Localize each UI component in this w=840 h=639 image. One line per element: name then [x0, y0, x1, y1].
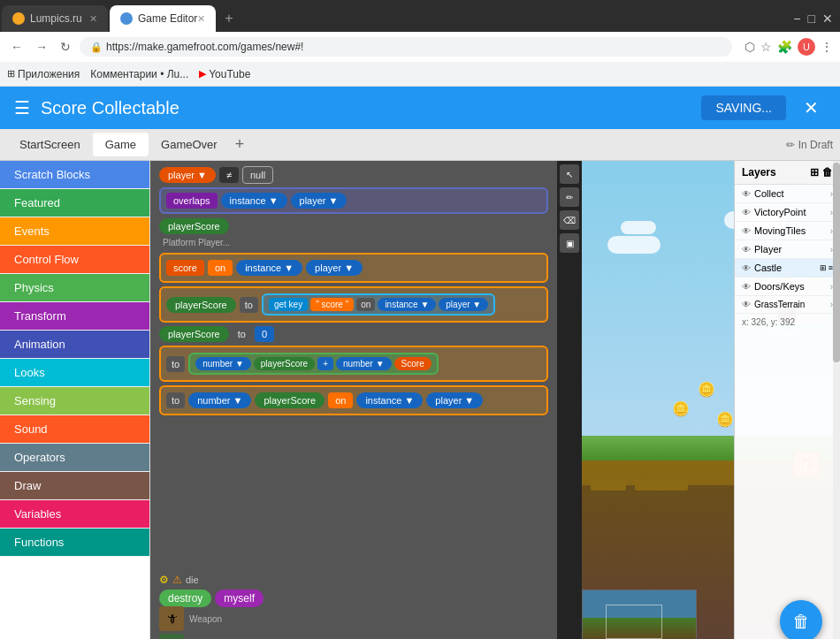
- sidebar-item-events[interactable]: Events: [0, 217, 149, 246]
- bookmark-youtube[interactable]: ▶ YouTube: [199, 68, 250, 80]
- layer-item-castle[interactable]: 👁 Castle ⊞ ≡: [735, 259, 840, 278]
- close-window-button[interactable]: ✕: [822, 11, 833, 26]
- tab-gameover[interactable]: GameOver: [149, 133, 230, 156]
- layer-name-dk: Doors/Keys: [754, 281, 830, 292]
- block-player-dropdown[interactable]: player ▼: [159, 167, 216, 183]
- bookmark-comments-label: Комментарии • Лu...: [90, 68, 188, 80]
- block-instance-dropdown-1[interactable]: instance ▼: [221, 193, 287, 209]
- browser-tab-gameeditor[interactable]: Game Editor ✕: [110, 5, 216, 32]
- forward-button[interactable]: →: [32, 38, 51, 56]
- fill-tool-button[interactable]: ▣: [560, 233, 579, 253]
- minimize-button[interactable]: −: [793, 11, 800, 26]
- cursor-tool-button[interactable]: ↖: [560, 164, 579, 184]
- block-instance-dd-2[interactable]: instance ▼: [236, 260, 302, 276]
- weapon-thumb: 🗡: [159, 606, 184, 631]
- new-tab-button[interactable]: +: [219, 11, 238, 27]
- tab-game[interactable]: Game: [93, 133, 149, 156]
- block-number-dd-1[interactable]: number ▼: [195, 357, 251, 370]
- block-player-dd-4[interactable]: player ▼: [439, 298, 488, 311]
- checkpoint-thumb: 🚩: [159, 634, 184, 639]
- window-controls: − □ ✕: [793, 11, 840, 26]
- block-overlaps[interactable]: overlaps: [166, 193, 218, 209]
- asset-checkpoint[interactable]: 🚩 Checkpoint: [159, 634, 233, 639]
- block-player-dd-3[interactable]: player ▼: [306, 260, 363, 276]
- block-row-numps: to number ▼ playerScore on instance ▼ pl…: [166, 392, 541, 408]
- coin-1: 🪙: [672, 400, 690, 417]
- sidebar-item-sensing[interactable]: Sensing: [0, 387, 149, 415]
- sidebar-label-variables: Variables: [14, 507, 61, 521]
- layers-scrollbar-thumb[interactable]: [833, 163, 840, 362]
- block-addition-container: number ▼ playerScore + number ▼ Score: [188, 353, 439, 375]
- bookmark-icon[interactable]: ☆: [760, 40, 772, 54]
- hamburger-icon[interactable]: ☰: [14, 97, 30, 118]
- layers-grid-icon[interactable]: ⊞: [810, 166, 819, 179]
- brush-tool-button[interactable]: ✏: [560, 187, 579, 207]
- overlaps-label: overlaps: [173, 195, 210, 206]
- sidebar-item-operators[interactable]: Operators: [0, 444, 149, 472]
- block-to-4: to: [166, 392, 185, 408]
- block-neq: ≠: [219, 167, 239, 183]
- browser-tab-lumpics[interactable]: Lumpics.ru ✕: [2, 5, 108, 32]
- block-number-dd-2[interactable]: number ▼: [336, 357, 392, 370]
- layers-trash-icon[interactable]: 🗑: [822, 166, 833, 179]
- sidebar-item-animation[interactable]: Animation: [0, 331, 149, 359]
- sidebar-item-draw[interactable]: Draw: [0, 472, 149, 500]
- tab-favicon-lumpics: [12, 12, 25, 25]
- sidebar-item-featured[interactable]: Featured: [0, 189, 149, 217]
- layer-item-doorskeys[interactable]: 👁 Doors/Keys ›: [735, 278, 840, 296]
- back-button[interactable]: ←: [7, 38, 27, 56]
- tab-close-gameeditor[interactable]: ✕: [197, 13, 205, 25]
- block-score-val: Score: [394, 357, 431, 370]
- block-destroy[interactable]: destroy: [159, 590, 211, 607]
- eraser-tool-button[interactable]: ⌫: [560, 210, 579, 230]
- browser-action-icons: ⬡ ☆ 🧩 U ⋮: [745, 38, 833, 56]
- block-player-dd-5[interactable]: player ▼: [426, 392, 483, 408]
- bookmark-apps[interactable]: ⊞ Приложения: [7, 68, 80, 80]
- block-null: null: [242, 166, 273, 184]
- block-playerscore-3: playerScore: [159, 326, 229, 342]
- sidebar-item-variables[interactable]: Variables: [0, 500, 149, 529]
- block-instance-dd-3[interactable]: instance ▼: [378, 298, 436, 311]
- layer-item-grassterrain[interactable]: 👁 GrassTerrain ›: [735, 296, 840, 314]
- block-getkey-container: get key " score " on instance ▼ player ▼: [262, 293, 495, 316]
- layer-name-collect: Collect: [754, 188, 830, 199]
- layers-scrollbar[interactable]: [833, 161, 840, 639]
- profile-icon[interactable]: U: [798, 38, 815, 56]
- minimap: [582, 590, 697, 639]
- sidebar-item-scratch[interactable]: Scratch Blocks: [0, 161, 149, 189]
- youtube-icon: ▶: [199, 68, 206, 80]
- menu-icon[interactable]: ⋮: [821, 40, 833, 54]
- cast-icon[interactable]: ⬡: [745, 40, 755, 54]
- sidebar-item-looks[interactable]: Looks: [0, 359, 149, 387]
- extension-icon[interactable]: 🧩: [777, 40, 792, 54]
- sidebar-item-controlflow[interactable]: Control Flow: [0, 246, 149, 274]
- tab-startscreen[interactable]: StartScreen: [7, 133, 93, 156]
- layer-item-victorypoint[interactable]: 👁 VictoryPoint ›: [735, 203, 840, 222]
- sidebar-item-transform[interactable]: Transform: [0, 302, 149, 331]
- url-text: https://make.gamefroot.com/games/new#!: [106, 41, 303, 53]
- asset-weapon[interactable]: 🗡 Weapon: [159, 606, 233, 631]
- tab-bar: Lumpics.ru ✕ Game Editor ✕ + − □ ✕: [0, 0, 840, 32]
- saving-button[interactable]: SAVING...: [701, 95, 786, 120]
- maximize-button[interactable]: □: [808, 11, 815, 26]
- block-player-dropdown-2[interactable]: player ▼: [291, 193, 347, 209]
- sidebar-item-physics[interactable]: Physics: [0, 274, 149, 302]
- layer-item-player[interactable]: 👁 Player ›: [735, 240, 840, 259]
- tab-close-lumpics[interactable]: ✕: [89, 13, 97, 25]
- bookmark-comments[interactable]: Комментарии • Лu...: [90, 68, 188, 80]
- block-number-dd-3[interactable]: number ▼: [188, 392, 251, 408]
- layer-item-movingtiles[interactable]: 👁 MovingTiles ›: [735, 222, 840, 240]
- block-to-2: to: [233, 326, 251, 342]
- layer-item-collect[interactable]: 👁 Collect ›: [735, 185, 840, 203]
- sidebar-label-events: Events: [14, 224, 50, 238]
- layer-eye-castle: 👁: [742, 263, 751, 273]
- trash-float-button[interactable]: 🗑: [780, 600, 822, 639]
- sidebar-item-sound[interactable]: Sound: [0, 415, 149, 444]
- refresh-button[interactable]: ↻: [57, 38, 74, 56]
- sidebar-item-functions[interactable]: Functions: [0, 529, 149, 557]
- sidebar-label-featured: Featured: [14, 196, 60, 209]
- close-app-button[interactable]: ✕: [797, 94, 826, 122]
- block-instance-dd-4[interactable]: instance ▼: [356, 392, 423, 408]
- add-scene-button[interactable]: +: [230, 135, 250, 154]
- url-bar[interactable]: 🔒 https://make.gamefroot.com/games/new#!: [80, 37, 732, 57]
